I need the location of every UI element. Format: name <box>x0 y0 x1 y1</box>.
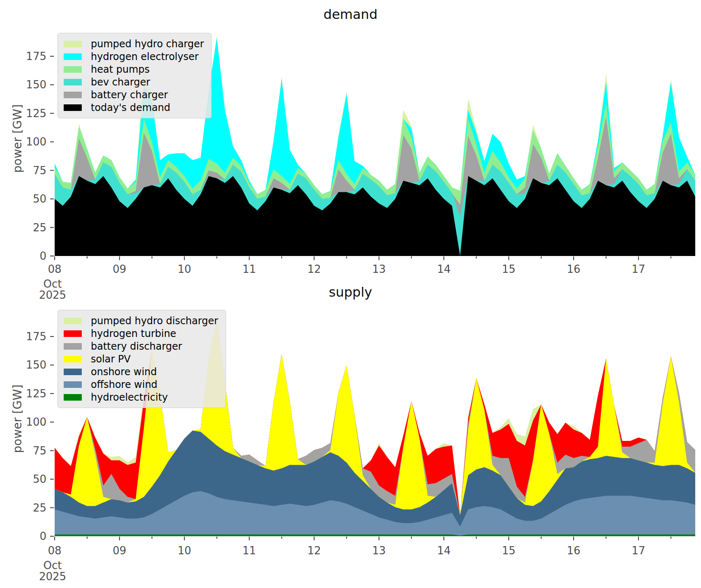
demand-x-axis-date-offset: Oct2025 <box>36 279 69 301</box>
supply-x-tick-label: 13 <box>362 544 395 557</box>
demand-x-tick-label: 16 <box>557 263 590 275</box>
demand-y-tick-label: 150 <box>14 78 46 91</box>
area-demand-heat-pumps <box>55 103 695 256</box>
demand-chart-title: demand <box>0 7 701 22</box>
legend-label: bev charger <box>91 76 150 88</box>
legend-label: today's demand <box>91 102 171 113</box>
demand-x-tick-label: 14 <box>427 263 460 275</box>
legend-item-hydrogen-turbine: hydrogen turbine <box>64 327 218 340</box>
legend-label: heat pumps <box>91 64 150 75</box>
supply-chart-title: supply <box>0 284 701 300</box>
area-supply-hydroelectricity <box>55 535 695 536</box>
legend-item-heat-pumps: heat pumps <box>64 63 204 76</box>
legend-item-today-s-demand: today's demand <box>64 101 204 114</box>
supply-y-tick-label: 150 <box>14 359 46 371</box>
legend-item-offshore-wind: offshore wind <box>64 378 218 391</box>
supply-x-axis-date-offset: Oct2025 <box>36 560 69 582</box>
supply-x-tick-label: 09 <box>103 544 136 557</box>
battery-charger-swatch-icon <box>64 92 82 98</box>
supply-y-tick-label: 50 <box>14 473 46 485</box>
legend-label: pumped hydro charger <box>91 38 204 50</box>
heat-pumps-swatch-icon <box>64 66 82 73</box>
today-s-demand-swatch-icon <box>64 104 82 111</box>
legend-item-battery-discharger: battery discharger <box>64 340 218 353</box>
legend-label: battery discharger <box>91 341 182 352</box>
demand-x-tick-label: 15 <box>492 263 525 275</box>
demand-x-tick-label: 17 <box>622 263 655 275</box>
hydrogen-electrolyser-swatch-icon <box>64 53 82 60</box>
supply-x-tick-label: 16 <box>557 544 590 557</box>
legend-item-battery-charger: battery charger <box>64 88 204 101</box>
supply-y-tick-label: 25 <box>14 502 46 514</box>
demand-x-tick-label: 11 <box>233 263 266 275</box>
supply-x-tick-label: 15 <box>492 544 525 557</box>
legend-item-onshore-wind: onshore wind <box>64 365 218 378</box>
demand-legend: pumped hydro chargerhydrogen electrolyse… <box>58 33 212 118</box>
legend-item-hydroelectricity: hydroelectricity <box>64 391 218 404</box>
pumped-hydro-discharger-swatch-icon <box>64 318 82 324</box>
onshore-wind-swatch-icon <box>64 369 82 375</box>
legend-label: solar PV <box>91 353 131 365</box>
solar-pv-swatch-icon <box>64 356 82 362</box>
supply-y-tick-label: 175 <box>14 330 46 343</box>
area-demand-bev-charger <box>55 162 695 256</box>
legend-item-bev-charger: bev charger <box>64 76 204 88</box>
hydroelectricity-swatch-icon <box>64 394 82 401</box>
demand-y-tick-label: 50 <box>14 193 46 205</box>
supply-x-tick-label: 17 <box>622 544 655 557</box>
demand-y-tick-label: 25 <box>14 221 46 234</box>
legend-label: hydrogen electrolyser <box>91 51 198 62</box>
supply-y-tick-label: 75 <box>14 445 46 457</box>
supply-x-tick-label: 08 <box>38 544 71 557</box>
demand-y-tick-label: 100 <box>14 136 46 148</box>
demand-x-tick-label: 10 <box>168 263 201 275</box>
supply-x-tick-label: 11 <box>233 544 266 557</box>
legend-item-solar-pv: solar PV <box>64 353 218 365</box>
legend-label: battery charger <box>91 89 168 101</box>
demand-x-tick-label: 08 <box>38 263 71 275</box>
legend-label: pumped hydro discharger <box>91 315 218 327</box>
date-offset-line: Oct <box>36 279 69 290</box>
demand-x-tick-label: 09 <box>103 263 136 275</box>
legend-item-pumped-hydro-discharger: pumped hydro discharger <box>64 314 218 327</box>
bev-charger-swatch-icon <box>64 79 82 85</box>
supply-x-tick-label: 14 <box>427 544 460 557</box>
area-demand-today-s-demand <box>55 176 695 256</box>
battery-discharger-swatch-icon <box>64 343 82 350</box>
area-demand-battery-charger <box>55 117 695 256</box>
supply-legend: pumped hydro dischargerhydrogen turbineb… <box>58 310 226 408</box>
demand-y-tick-label: 175 <box>14 50 46 62</box>
legend-label: onshore wind <box>91 366 157 378</box>
offshore-wind-swatch-icon <box>64 381 82 388</box>
demand-x-tick-label: 13 <box>362 263 395 275</box>
demand-y-tick-label: 125 <box>14 107 46 120</box>
date-offset-line: 2025 <box>36 571 69 582</box>
supply-x-tick-label: 12 <box>297 544 330 557</box>
legend-label: hydroelectricity <box>91 392 168 403</box>
pumped-hydro-charger-swatch-icon <box>64 41 82 47</box>
demand-y-tick-label: 75 <box>14 164 46 177</box>
legend-item-hydrogen-electrolyser: hydrogen electrolyser <box>64 50 204 63</box>
demand-x-tick-label: 12 <box>297 263 330 275</box>
demand-y-tick-label: 0 <box>14 250 46 262</box>
date-offset-line: 2025 <box>36 290 69 301</box>
supply-y-tick-label: 100 <box>14 416 46 428</box>
supply-y-tick-label: 0 <box>14 530 46 542</box>
figure: demand power [GW] supply power [GW] 0255… <box>0 0 701 588</box>
legend-label: hydrogen turbine <box>91 328 176 339</box>
supply-y-tick-label: 125 <box>14 387 46 400</box>
legend-item-pumped-hydro-charger: pumped hydro charger <box>64 37 204 50</box>
hydrogen-turbine-swatch-icon <box>64 330 82 337</box>
supply-x-tick-label: 10 <box>168 544 201 557</box>
legend-label: offshore wind <box>91 379 157 390</box>
area-supply-offshore-wind <box>55 491 695 536</box>
date-offset-line: Oct <box>36 560 69 571</box>
area-supply-onshore-wind <box>55 431 695 536</box>
